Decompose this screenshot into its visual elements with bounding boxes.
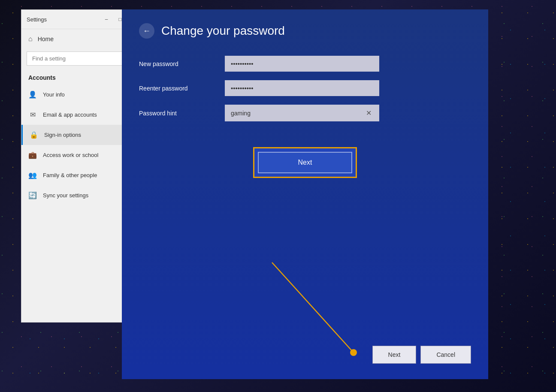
family-label: Family & other people: [43, 172, 97, 178]
next-button-highlighted-area: Next: [139, 147, 471, 178]
next-button-bottom[interactable]: Next: [372, 346, 417, 364]
work-label: Access work or school: [43, 152, 98, 158]
sign-in-icon: 🔒: [30, 131, 38, 139]
hint-clear-button[interactable]: ✕: [364, 109, 373, 117]
home-icon: ⌂: [28, 35, 33, 43]
reenter-password-input[interactable]: [225, 80, 379, 96]
dialog-content: ← Change your password New password Reen…: [122, 9, 488, 192]
svg-line-0: [272, 262, 354, 353]
your-info-label: Your info: [43, 91, 65, 98]
back-button[interactable]: ←: [139, 23, 154, 39]
password-hint-row: Password hint ✕: [139, 105, 471, 121]
svg-point-1: [350, 349, 357, 356]
email-icon: ✉: [28, 111, 37, 119]
home-label: Home: [38, 36, 54, 42]
new-password-label: New password: [139, 60, 225, 67]
cancel-button[interactable]: Cancel: [420, 346, 471, 364]
work-icon: 💼: [28, 151, 37, 159]
change-password-dialog: ← Change your password New password Reen…: [122, 9, 488, 379]
sync-icon: 🔄: [28, 191, 37, 199]
password-hint-input[interactable]: [231, 110, 364, 117]
password-hint-container: ✕: [225, 105, 379, 121]
dialog-title: Change your password: [161, 24, 285, 38]
new-password-row: New password: [139, 56, 471, 72]
reenter-password-label: Reenter password: [139, 85, 225, 92]
reenter-password-row: Reenter password: [139, 80, 471, 96]
sync-label: Sync your settings: [43, 192, 88, 199]
your-info-icon: 👤: [28, 90, 37, 99]
email-label: Email & app accounts: [43, 112, 97, 118]
password-hint-label: Password hint: [139, 110, 225, 117]
next-button-highlight-border: Next: [253, 147, 357, 178]
minimize-button[interactable]: –: [100, 14, 112, 24]
family-icon: 👥: [28, 171, 37, 179]
next-button-center[interactable]: Next: [258, 152, 352, 173]
bottom-buttons: Next Cancel: [372, 346, 471, 364]
sign-in-label: Sign-in options: [44, 132, 81, 138]
window-title: Settings: [27, 16, 47, 23]
new-password-input[interactable]: [225, 56, 379, 72]
dialog-header: ← Change your password: [139, 23, 471, 39]
